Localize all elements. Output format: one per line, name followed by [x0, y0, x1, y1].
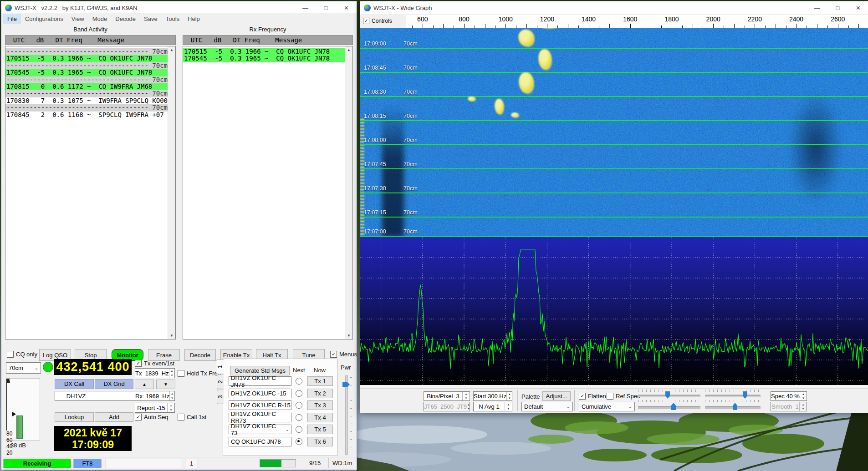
close-icon[interactable]: ✕ [336, 1, 357, 14]
palette-select[interactable]: Default⌄ [521, 402, 573, 411]
tx-now-button-3[interactable]: Tx 3 [307, 400, 333, 410]
waterfall-display[interactable]: 17:09:0070cm17:08:4570cm17:08:3070cm17:0… [360, 28, 868, 237]
tx-next-radio-2[interactable] [296, 390, 302, 397]
tx-now-button-2[interactable]: Tx 2 [307, 389, 333, 398]
tx-message-2-field[interactable]: DH1VZ OK1UFC -15 [229, 389, 291, 398]
decode-row[interactable]: 170830 7 0.3 1075 ~ IW9FRA SP9CLQ KO00 [5, 97, 168, 104]
freq-down-button[interactable]: ▼ [156, 380, 175, 389]
checkbox-icon[interactable] [7, 351, 14, 358]
menu-mode[interactable]: Mode [88, 14, 112, 24]
decode-button[interactable]: Decode [184, 349, 216, 361]
minimize-icon[interactable]: — [807, 1, 827, 14]
pwr-slider-track[interactable] [345, 375, 348, 455]
dx-call-field[interactable]: DH1VZ [55, 391, 96, 401]
lookup-button[interactable]: Lookup [55, 412, 94, 422]
tx-freq-spinner[interactable]: Tx 1839 Hz ▲▼ [135, 368, 175, 378]
menus-checkbox[interactable]: ✓ Menus [330, 351, 357, 358]
bins-pixel-spinner[interactable]: Bins/Pixel 3 ▲▼ [424, 391, 470, 401]
spinner-arrows-icon[interactable]: ▲▼ [169, 369, 174, 378]
freq-up-button[interactable]: ▲ [135, 380, 154, 389]
checkbox-icon[interactable] [178, 414, 184, 420]
tx-now-button-6[interactable]: Tx 6 [307, 437, 333, 446]
spinner-arrows-icon[interactable]: ▲▼ [800, 392, 807, 400]
decode-row[interactable]: ------------------------------------- 70… [5, 62, 168, 69]
menu-help[interactable]: Help [184, 14, 204, 24]
tx-message-5-field[interactable]: DH1VZ OK1UFC 73⌄ [229, 425, 291, 434]
tx-next-radio-6[interactable] [296, 438, 302, 445]
maximize-icon[interactable]: □ [316, 1, 336, 14]
wide-graph-titlebar[interactable]: WSJT-X - Wide Graph [360, 1, 868, 14]
checkbox-checked-icon[interactable]: ✓ [330, 351, 337, 358]
spectrum-display[interactable] [360, 237, 868, 385]
band-select[interactable]: 70cm⌄ [6, 362, 41, 374]
spinner-arrows-icon[interactable]: ▲▼ [462, 392, 470, 400]
tx-message-3-field[interactable]: DH1VZ OK1UFC R-15 [229, 400, 291, 410]
spec-percent-spinner[interactable]: Spec 40 % ▲▼ [771, 391, 807, 401]
scroll-down-icon[interactable]: ▼ [345, 332, 352, 339]
menu-configurations[interactable]: Configurations [21, 14, 67, 24]
tx-next-radio-1[interactable] [296, 378, 302, 385]
menu-file[interactable]: File [3, 14, 21, 24]
decode-row[interactable]: 170545 -5 0.3 1965 ~ CQ OK1UFC JN78 [183, 55, 345, 62]
decode-row[interactable]: ------------------------------------- 70… [5, 104, 168, 111]
waterfall-zero-slider[interactable] [705, 395, 761, 397]
menu-tools[interactable]: Tools [162, 14, 184, 24]
tx-message-4-field[interactable]: DH1VZ OK1UFC RR73 [229, 413, 291, 422]
close-icon[interactable]: ✕ [848, 1, 868, 14]
spinner-arrows-icon[interactable]: ▲▼ [506, 392, 512, 400]
band-activity-list[interactable]: ------------------------------------- 70… [5, 46, 176, 339]
tx-now-button-1[interactable]: Tx 1 [307, 376, 333, 386]
add-button[interactable]: Add [95, 412, 133, 422]
maximize-icon[interactable]: □ [827, 1, 848, 14]
auto-seq-checkbox[interactable]: ✓ Auto Seq [135, 414, 168, 420]
ref-spec-checkbox[interactable]: Ref Spec [607, 393, 640, 400]
start-hz-spinner[interactable]: Start 300 Hz ▲▼ [473, 391, 512, 401]
rx-frequency-list[interactable]: 170515 -5 0.3 1966 ~ CQ OK1UFC JN7817054… [183, 46, 353, 339]
spectrum-mode-select[interactable]: Cumulative⌄ [579, 402, 635, 411]
decode-row[interactable]: ------------------------------------- 70… [5, 76, 168, 83]
spinner-arrows-icon[interactable]: ▲▼ [505, 402, 512, 411]
decode-row[interactable]: ------------------------------------- 70… [5, 90, 168, 97]
call-1st-checkbox[interactable]: Call 1st [178, 414, 206, 420]
decode-row[interactable]: 170515 -5 0.3 1966 ~ CQ OK1UFC JN78 [183, 48, 345, 55]
tx-next-radio-4[interactable] [296, 414, 302, 421]
n-avg-spinner[interactable]: N Avg 1 ▲▼ [473, 402, 512, 411]
frequency-display[interactable]: 432,541 400 [54, 359, 132, 375]
tab-1[interactable]: 1 [216, 360, 224, 374]
scroll-up-icon[interactable]: ▲ [345, 46, 352, 53]
checkbox-checked-icon[interactable]: ✓ [135, 414, 142, 420]
decode-row[interactable]: 170545 -5 0.3 1965 ~ CQ OK1UFC JN78 [5, 69, 168, 76]
decode-row[interactable]: ------------------------------------- 70… [5, 48, 168, 55]
decode-row[interactable]: 170815 0 0.6 1172 ~ CQ IW9FRA JM68 [5, 83, 168, 90]
erase-button[interactable]: Erase [148, 349, 180, 361]
flatten-checkbox[interactable]: ✓ Flatten [579, 393, 606, 400]
checkbox-icon[interactable] [607, 393, 613, 400]
spinner-arrows-icon[interactable]: ▲▼ [167, 403, 174, 412]
controls-checkbox[interactable]: ✓ Controls [363, 18, 392, 24]
tx-message-6-field[interactable]: CQ OK1UFC JN78 [229, 437, 291, 446]
checkbox-icon[interactable] [178, 370, 184, 377]
spectrum-gain-slider[interactable] [638, 406, 700, 409]
pwr-slider-handle[interactable] [342, 382, 350, 387]
scroll-down-icon[interactable]: ▼ [168, 332, 175, 339]
tx-now-button-5[interactable]: Tx 5 [307, 425, 333, 434]
decode-row[interactable]: 170845 2 0.6 1168 ~ SP9CLQ IW9FRA +07 [5, 111, 168, 118]
dx-grid-field[interactable] [95, 391, 135, 401]
adjust-button[interactable]: Adjust... [542, 391, 571, 401]
rx-frequency-scrollbar[interactable]: ▲ ▼ [345, 46, 352, 339]
checkbox-checked-icon[interactable]: ✓ [579, 393, 586, 400]
tab-3[interactable]: 3 [217, 390, 224, 404]
minimize-icon[interactable]: — [295, 1, 316, 14]
frequency-ruler[interactable]: 6008001000120014001600180020002200240026… [360, 15, 868, 28]
menu-view[interactable]: View [67, 14, 88, 24]
scroll-up-icon[interactable]: ▲ [168, 46, 175, 53]
spinner-arrows-icon[interactable]: ▲▼ [169, 391, 174, 400]
checkbox-checked-icon[interactable]: ✓ [135, 360, 142, 367]
tx-now-button-4[interactable]: Tx 4 [307, 413, 333, 422]
tx-even-checkbox[interactable]: ✓ Tx even/1st [135, 360, 174, 367]
menu-decode[interactable]: Decode [111, 14, 140, 24]
checkbox-checked-icon[interactable]: ✓ [363, 18, 369, 24]
rx-freq-spinner[interactable]: Rx 1969 Hz ▲▼ [135, 391, 175, 401]
tab-2[interactable]: 2 [217, 375, 224, 389]
band-activity-scrollbar[interactable]: ▲ ▼ [168, 46, 175, 339]
